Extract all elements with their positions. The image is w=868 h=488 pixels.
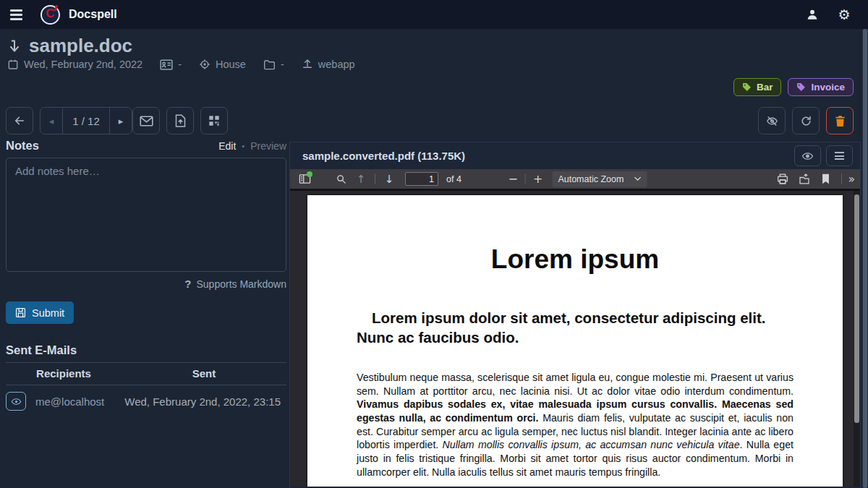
top-navbar: C Docspell ⚙: [0, 0, 868, 29]
attachment-menu-button[interactable]: [826, 145, 853, 166]
view-email-button[interactable]: [6, 392, 26, 411]
pdf-zoom-value: Automatic Zoom: [558, 174, 624, 184]
notes-textarea[interactable]: [6, 158, 286, 272]
chevron-down-icon: [634, 176, 641, 181]
save-download-icon: [799, 174, 810, 184]
tag-label: Bar: [757, 82, 773, 93]
page-scrollbar[interactable]: [862, 29, 868, 488]
tag-label: Invoice: [811, 82, 845, 93]
calendar-icon: [7, 59, 19, 70]
sent-emails-heading: Sent E-Mails: [6, 343, 286, 363]
correspondent-value: -: [178, 59, 182, 70]
tag-chip-invoice[interactable]: Invoice: [788, 78, 854, 96]
unconfirm-button[interactable]: [758, 107, 786, 134]
qr-grid-icon: [208, 115, 220, 127]
crosshair-icon: [199, 59, 210, 70]
pdf-search-button[interactable]: [332, 171, 349, 188]
trash-icon: [835, 115, 846, 127]
arrow-left-icon: [13, 115, 26, 127]
notes-preview-link[interactable]: Preview: [250, 140, 286, 152]
item-toolbar: ◂ 1 / 12 ▸: [6, 107, 854, 134]
magnifier-icon: [336, 174, 346, 184]
menu-bars-icon: [835, 152, 844, 160]
printer-icon: [777, 174, 788, 184]
eye-icon: [801, 151, 814, 161]
sent-emails-table: Recipients Sent me@localhost Wed, Februa…: [6, 363, 286, 411]
user-icon[interactable]: [804, 7, 820, 22]
pdf-print-button[interactable]: [774, 171, 791, 188]
attachment-pager: ◂ 1 / 12 ▸: [40, 107, 132, 134]
sidebar-notification-dot: [307, 171, 312, 177]
pdf-page-up-button[interactable]: ↑: [352, 171, 370, 188]
tag-chip-bar[interactable]: Bar: [733, 78, 782, 96]
column-sent: Sent: [122, 367, 286, 380]
envelope-icon: [140, 116, 153, 127]
upload-icon: [302, 59, 313, 70]
separator-dot: •: [242, 142, 244, 150]
attachment-panel: sample.converted.pdf (113.75K) ↑ ↓ of: [289, 142, 861, 488]
notes-edit-link[interactable]: Edit: [218, 140, 236, 152]
preview-toggle-button[interactable]: [794, 145, 821, 166]
next-page-button[interactable]: ▸: [110, 108, 132, 134]
pdf-scrollbar-thumb[interactable]: [854, 194, 859, 423]
document-meta: Wed, February 2nd, 2022 - House - webapp: [7, 59, 355, 70]
markdown-hint: Supports Markdown: [196, 278, 286, 290]
pdfjs-toolbar: ↑ ↓ of 4 − + Automatic Zoom: [290, 169, 860, 191]
hamburger-menu-icon[interactable]: [1, 0, 30, 29]
pdf-doc-title: Lorem ipsum: [307, 244, 843, 275]
pdf-doc-paragraph: Vestibulum neque massa, scelerisque sit …: [357, 371, 793, 479]
settings-gear-icon[interactable]: ⚙: [836, 7, 852, 22]
attachments-grid-button[interactable]: [200, 107, 228, 134]
email-sent-date: Wed, February 2nd, 2022, 23:15: [124, 395, 281, 408]
email-recipients: me@localhost: [35, 395, 104, 408]
reprocess-button[interactable]: [792, 107, 820, 134]
refresh-icon: [800, 115, 812, 127]
pdf-page: Lorem ipsum Lorem ipsum dolor sit amet, …: [307, 195, 843, 487]
folder-icon: [263, 59, 276, 70]
pdf-more-tools-button[interactable]: »: [848, 173, 854, 186]
pdf-scrollbar[interactable]: [854, 191, 860, 487]
bookmark-icon: [822, 174, 830, 184]
eye-slash-icon: [765, 115, 779, 127]
folder-value: -: [281, 59, 284, 70]
address-card-icon: [160, 59, 173, 70]
submit-notes-button[interactable]: Submit: [6, 301, 74, 324]
page-scrollbar-thumb[interactable]: [863, 29, 867, 488]
pdf-page-down-button[interactable]: ↓: [380, 171, 398, 188]
add-file-button[interactable]: [166, 107, 194, 134]
pdf-sidebar-toggle-button[interactable]: [296, 171, 313, 188]
document-date: Wed, February 2nd, 2022: [24, 59, 142, 70]
document-title: sample.doc: [29, 35, 132, 57]
app-title: Docspell: [69, 8, 117, 21]
concerning-value: House: [216, 59, 246, 70]
sent-email-row: me@localhost Wed, February 2nd, 2022, 23…: [6, 392, 286, 411]
delete-button[interactable]: [826, 107, 854, 134]
column-recipients: Recipients: [6, 367, 122, 380]
eye-icon: [11, 397, 22, 406]
attachment-file-label: sample.converted.pdf (113.75K): [302, 150, 465, 162]
docspell-logo[interactable]: C: [41, 5, 60, 25]
question-icon: ?: [184, 278, 191, 290]
pdf-download-button[interactable]: [796, 171, 813, 188]
send-mail-button[interactable]: [132, 107, 160, 134]
pdf-zoom-out-button[interactable]: −: [503, 172, 523, 186]
notes-heading: Notes: [6, 139, 39, 153]
pdf-page-count: of 4: [446, 174, 461, 184]
pdf-zoom-in-button[interactable]: +: [528, 172, 548, 186]
save-icon: [15, 307, 26, 318]
back-button[interactable]: [6, 107, 33, 134]
pdf-viewer[interactable]: Lorem ipsum Lorem ipsum dolor sit amet, …: [290, 191, 860, 487]
pdf-zoom-select[interactable]: Automatic Zoom: [552, 171, 647, 187]
page-indicator: 1 / 12: [62, 108, 110, 134]
pdf-bookmark-button[interactable]: [817, 171, 835, 188]
pdf-page-input[interactable]: [405, 172, 438, 186]
download-arrow-icon: [7, 38, 22, 54]
prev-page-button[interactable]: ◂: [41, 108, 62, 134]
pdf-doc-subtitle: Lorem ipsum dolor sit amet, consectetur …: [357, 308, 793, 347]
tag-icon: [796, 82, 806, 92]
tags-row: Bar Invoice: [733, 78, 854, 96]
source-value: webapp: [318, 59, 355, 70]
submit-label: Submit: [32, 307, 64, 319]
file-upload-icon: [175, 114, 186, 127]
tag-icon: [742, 82, 752, 92]
